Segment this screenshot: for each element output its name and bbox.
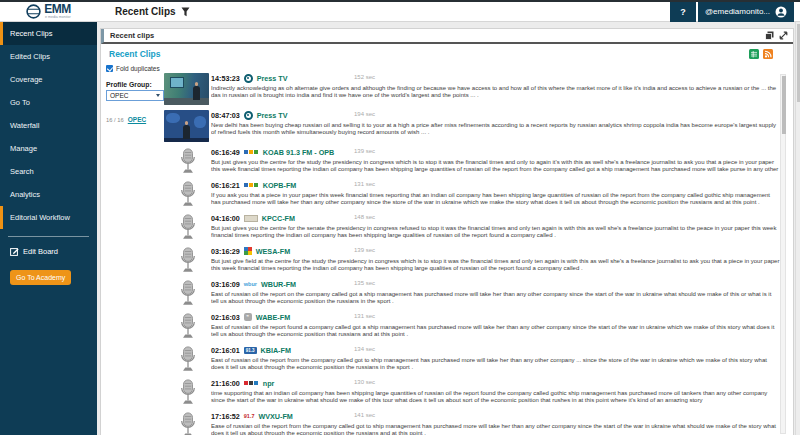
- clip-station[interactable]: Press TV: [257, 111, 288, 120]
- press-tv-logo-icon: [244, 111, 253, 120]
- app-window: EMM e media monitor Recent Clips ? @emed…: [0, 0, 800, 435]
- clip-station[interactable]: KOPB-FM: [263, 181, 297, 190]
- wvxu-logo-icon: 91.7: [244, 413, 255, 419]
- clip-transcript: time supporting that an indian oil compa…: [211, 390, 780, 405]
- clip-station[interactable]: WESA-FM: [256, 247, 290, 256]
- clip-row[interactable]: 04:16:00 KPCC-FM 148 sec But just gives …: [164, 213, 780, 241]
- clip-transcript: East of russian oil the report on the co…: [211, 291, 780, 306]
- clip-station[interactable]: KOAB 91.3 FM - OPB: [263, 148, 335, 157]
- clip-row[interactable]: 14:53:23 Press TV 152 sec Indirectly ack…: [164, 73, 780, 105]
- clip-thumbnail[interactable]: [164, 110, 209, 142]
- kbia-logo-icon: 91.3: [244, 347, 257, 354]
- panel-scrollbar-thumb[interactable]: [782, 76, 786, 134]
- clip-transcript: East of russian oil the report from the …: [211, 357, 780, 372]
- sidebar-item-search[interactable]: Search: [0, 160, 97, 183]
- edit-pencil-icon: [10, 247, 19, 256]
- clip-duration: 130 sec: [354, 379, 375, 385]
- microphone-icon: [179, 214, 197, 241]
- expand-icon[interactable]: [779, 31, 788, 40]
- microphone-icon: [179, 280, 197, 307]
- help-button[interactable]: ?: [670, 2, 696, 22]
- clip-row[interactable]: 08:47:03 Press TV 194 sec New delhi has …: [164, 110, 780, 142]
- microphone-icon: [179, 412, 197, 435]
- clip-time: 04:16:00: [211, 214, 240, 223]
- clip-station[interactable]: Press TV: [257, 74, 288, 83]
- clip-row[interactable]: 02:16:01 91.3 KBIA-FM 134 sec East of ru…: [164, 345, 780, 373]
- sidebar-divider: [8, 236, 89, 237]
- kpcc-logo-icon: [244, 215, 258, 222]
- page-scrollbar[interactable]: [795, 22, 800, 435]
- recent-clips-link[interactable]: Recent Clips: [109, 49, 161, 59]
- clip-time: 17:16:52: [211, 412, 240, 421]
- emm-logo[interactable]: EMM e media monitor: [0, 2, 97, 21]
- clip-station[interactable]: WBUR-FM: [261, 280, 296, 289]
- clips-list: 14:53:23 Press TV 152 sec Indirectly ack…: [164, 73, 780, 435]
- excel-export-icon[interactable]: [749, 49, 759, 59]
- sidebar-item-recent-clips[interactable]: Recent Clips: [0, 22, 97, 45]
- clip-transcript: But just give field at the centre for th…: [211, 258, 780, 273]
- clip-transcript: Ease of russian oil the report from the …: [211, 423, 780, 435]
- fold-duplicates-checkbox[interactable]: [106, 65, 113, 72]
- sidebar-item-coverage[interactable]: Coverage: [0, 68, 97, 91]
- avatar-icon: [775, 6, 787, 18]
- sidebar-item-manage[interactable]: Manage: [0, 137, 97, 160]
- go-to-academy-button[interactable]: Go To Academy: [10, 270, 71, 285]
- sidebar-item-editorial-workflow[interactable]: Editorial Workflow: [0, 206, 97, 229]
- clip-station[interactable]: WABE-FM: [256, 313, 290, 322]
- clip-row[interactable]: 06:16:21 KOPB-FM 131 sec If you ask you …: [164, 180, 780, 208]
- clip-duration: 194 sec: [354, 111, 375, 117]
- clip-row[interactable]: 02:16:03 ❞ WABE-FM 131 sec East of russi…: [164, 312, 780, 340]
- clip-time: 08:47:03: [211, 111, 240, 120]
- logo-text: EMM e media monitor: [44, 3, 71, 20]
- clip-time: 21:16:00: [211, 379, 240, 388]
- clip-time: 02:16:03: [211, 313, 240, 322]
- clip-row[interactable]: 03:16:29 WESA-FM 139 sec But just give f…: [164, 246, 780, 274]
- microphone-icon: [179, 181, 197, 208]
- wesa-logo-icon: [244, 247, 252, 255]
- panel-scrollbar[interactable]: [780, 74, 786, 434]
- clip-station[interactable]: KBIA-FM: [261, 346, 291, 355]
- main-area: Recent clips Recent Clips: [97, 22, 800, 435]
- press-tv-logo-icon: [244, 74, 253, 83]
- clip-count: 16 / 16: [106, 117, 124, 123]
- panel-titlebar: Recent clips: [101, 29, 793, 44]
- clip-row[interactable]: 06:16:49 KOAB 91.3 FM - OPB 139 sec But …: [164, 147, 780, 175]
- clip-station[interactable]: npr: [263, 379, 275, 388]
- sidebar-item-edited-clips[interactable]: Edited Clips: [0, 45, 97, 68]
- filter-funnel-icon[interactable]: [181, 7, 190, 17]
- microphone-icon: [179, 346, 197, 373]
- clip-row[interactable]: 17:16:52 91.7 WVXU-FM 141 sec Ease of ru…: [164, 411, 780, 435]
- profile-group-label: Profile Group:: [106, 81, 164, 88]
- sidebar-item-analytics[interactable]: Analytics: [0, 183, 97, 206]
- clip-station[interactable]: WVXU-FM: [259, 412, 293, 421]
- edit-board-button[interactable]: Edit Board: [0, 242, 97, 261]
- clip-duration: 135 sec: [354, 280, 375, 286]
- rss-feed-icon[interactable]: [763, 49, 773, 59]
- account-button[interactable]: @emediamonito...: [698, 2, 794, 22]
- clip-row[interactable]: 03:16:09 wbur WBUR-FM 135 sec East of ru…: [164, 279, 780, 307]
- clip-thumbnail[interactable]: [164, 73, 209, 105]
- logo-title: EMM: [44, 3, 71, 15]
- panel-head-row: Recent Clips: [101, 44, 793, 61]
- clip-duration: 152 sec: [354, 74, 375, 80]
- clip-duration: 148 sec: [354, 214, 375, 220]
- fold-duplicates-row[interactable]: Fold duplicates: [106, 65, 164, 72]
- clip-time: 02:16:01: [211, 346, 240, 355]
- sidebar: Recent Clips Edited Clips Coverage Go To…: [0, 22, 97, 435]
- opb-logo-icon: [244, 150, 259, 155]
- filters-column: Fold duplicates Profile Group: OPEC 16 /…: [106, 65, 164, 123]
- clip-duration: 139 sec: [354, 247, 375, 253]
- panel-window-title: Recent clips: [110, 31, 154, 40]
- profile-group-value: OPEC: [110, 92, 128, 99]
- wbur-logo-icon: wbur: [244, 281, 257, 287]
- clip-station[interactable]: KPCC-FM: [262, 214, 295, 223]
- clip-row[interactable]: 21:16:00 npr 130 sec time supporting tha…: [164, 378, 780, 406]
- clip-transcript: New delhi has been buying cheap russian …: [211, 122, 780, 137]
- sidebar-item-waterfall[interactable]: Waterfall: [0, 114, 97, 137]
- profile-group-select[interactable]: OPEC: [106, 90, 164, 101]
- sidebar-item-go-to[interactable]: Go To: [0, 91, 97, 114]
- page-scrollbar-thumb[interactable]: [797, 24, 800, 102]
- popout-icon[interactable]: [765, 31, 774, 40]
- clip-time: 14:53:23: [211, 74, 240, 83]
- opec-group-link[interactable]: OPEC: [128, 116, 146, 123]
